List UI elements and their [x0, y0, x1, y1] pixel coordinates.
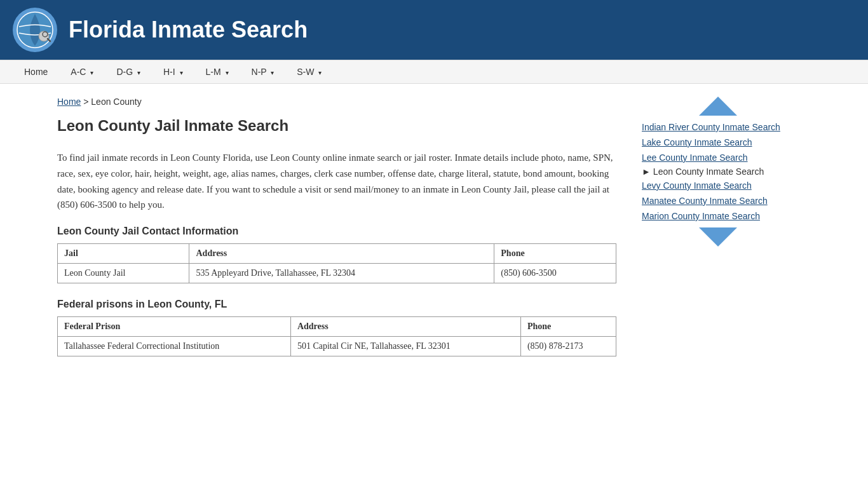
sidebar: Indian River County Inmate Search Lake C… — [635, 84, 801, 391]
federal-address-cell: 501 Capital Cir NE, Tallahassee, FL 3230… — [290, 337, 520, 356]
main-nav: Home A-C ▾ D-G ▾ H-I ▾ L-M ▾ — [0, 60, 868, 84]
federal-heading: Federal prisons in Leon County, FL — [57, 299, 616, 310]
site-logo — [13, 8, 57, 52]
nav-link-ac[interactable]: A-C ▾ — [59, 60, 105, 83]
nav-link-dg[interactable]: D-G ▾ — [105, 60, 152, 83]
site-header: Florida Inmate Search — [0, 0, 868, 60]
breadcrumb-home-link[interactable]: Home — [57, 97, 81, 107]
sidebar-item-manatee[interactable]: Manatee County Inmate Search — [642, 194, 794, 207]
nav-link-home[interactable]: Home — [13, 60, 59, 83]
nav-item-lm[interactable]: L-M ▾ — [194, 60, 240, 83]
nav-item-hi[interactable]: H-I ▾ — [152, 60, 194, 83]
jail-phone-cell: (850) 606-3500 — [494, 264, 616, 283]
breadcrumb: Home > Leon County — [57, 97, 616, 107]
federal-col-header-phone: Phone — [520, 317, 616, 337]
federal-col-header-name: Federal Prison — [58, 317, 291, 337]
nav-item-ac[interactable]: A-C ▾ — [59, 60, 105, 83]
caret-icon: ▾ — [90, 69, 93, 76]
jail-address-cell: 535 Appleyard Drive, Tallahassee, FL 323… — [189, 264, 494, 283]
jail-table: Jail Address Phone Leon County Jail 535 … — [57, 243, 616, 283]
caret-icon: ▾ — [226, 69, 229, 76]
caret-icon: ▾ — [271, 69, 274, 76]
jail-name-cell: Leon County Jail — [58, 264, 189, 283]
jail-col-header-phone: Phone — [494, 244, 616, 264]
nav-link-lm[interactable]: L-M ▾ — [194, 60, 240, 83]
site-title: Florida Inmate Search — [69, 17, 308, 43]
federal-table: Federal Prison Address Phone Tallahassee… — [57, 316, 616, 356]
sidebar-item-leon[interactable]: ► Leon County Inmate Search — [642, 166, 794, 177]
nav-item-home[interactable]: Home — [13, 60, 59, 83]
nav-item-sw[interactable]: S-W ▾ — [285, 60, 333, 83]
nav-item-np[interactable]: N-P ▾ — [240, 60, 286, 83]
jail-col-header-name: Jail — [58, 244, 189, 264]
sidebar-nav: Indian River County Inmate Search Lake C… — [642, 97, 794, 247]
sidebar-link-list: Indian River County Inmate Search Lake C… — [642, 121, 794, 222]
sidebar-item-lee[interactable]: Lee County Inmate Search — [642, 151, 794, 164]
main-content: Home > Leon County Leon County Jail Inma… — [0, 84, 635, 391]
table-row: Tallahassee Federal Correctional Institu… — [58, 337, 616, 356]
active-arrow-icon: ► — [642, 166, 651, 177]
nav-link-np[interactable]: N-P ▾ — [240, 60, 286, 83]
nav-link-sw[interactable]: S-W ▾ — [285, 60, 333, 83]
breadcrumb-separator: > — [83, 97, 91, 107]
contact-heading: Leon County Jail Contact Information — [57, 226, 616, 237]
caret-icon: ▾ — [318, 69, 322, 76]
globe-icon — [16, 11, 54, 49]
nav-link-hi[interactable]: H-I ▾ — [152, 60, 194, 83]
federal-col-header-address: Address — [290, 317, 520, 337]
table-row: Leon County Jail 535 Appleyard Drive, Ta… — [58, 264, 616, 283]
sidebar-item-levy[interactable]: Levy County Inmate Search — [642, 179, 794, 192]
sidebar-item-marion[interactable]: Marion County Inmate Search — [642, 210, 794, 222]
scroll-up-arrow-icon[interactable] — [699, 97, 737, 116]
page-title: Leon County Jail Inmate Search — [57, 117, 616, 135]
sidebar-item-indian-river[interactable]: Indian River County Inmate Search — [642, 121, 794, 133]
caret-icon: ▾ — [137, 69, 140, 76]
breadcrumb-current: Leon County — [91, 97, 141, 107]
sidebar-item-lake[interactable]: Lake County Inmate Search — [642, 136, 794, 149]
federal-phone-cell: (850) 878-2173 — [520, 337, 616, 356]
caret-icon: ▾ — [180, 69, 183, 76]
federal-name-cell: Tallahassee Federal Correctional Institu… — [58, 337, 291, 356]
scroll-down-arrow-icon[interactable] — [699, 227, 737, 247]
nav-item-dg[interactable]: D-G ▾ — [105, 60, 152, 83]
body-text: To find jail inmate records in Leon Coun… — [57, 150, 616, 213]
jail-col-header-address: Address — [189, 244, 494, 264]
